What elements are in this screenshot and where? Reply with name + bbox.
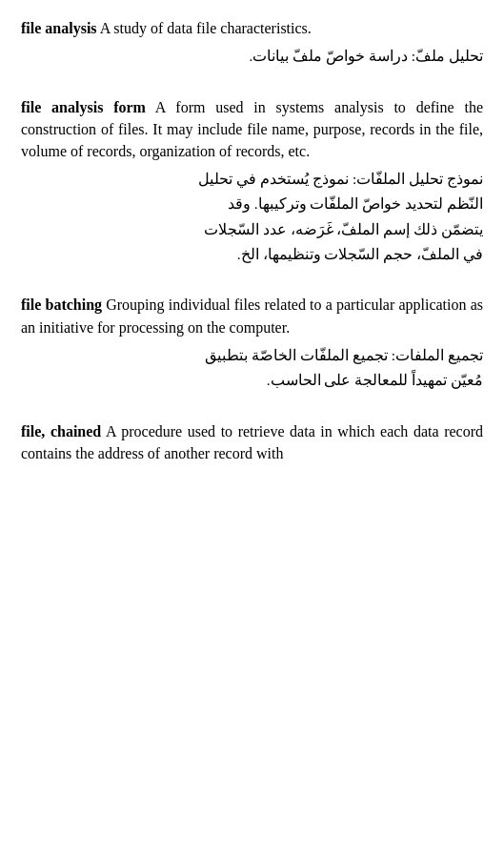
entry-text-file-batching: file batching Grouping individual files … [21, 294, 483, 337]
term-file-chained: file, chained [21, 423, 101, 439]
arabic-line-4: في الملفّ، حجم السّجلات وتنظيمها، الخ. [21, 242, 483, 267]
arabic-file-analysis: تحليل ملفّ: دراسة خواصّ ملفّ بيانات. [21, 44, 483, 69]
term-file-analysis: file analysis [21, 20, 97, 36]
term-file-analysis-form: file analysis form [21, 99, 146, 115]
arabic-line-1: نموذج تحليل الملفّات: نموذج يُستخدم في ت… [21, 167, 483, 192]
entry-file-chained: file, chained A procedure used to retrie… [21, 420, 483, 464]
arabic-file-batching: تجميع الملفات: تجميع الملفّات الخاصّة بت… [21, 343, 483, 394]
entry-file-batching: file batching Grouping individual files … [21, 294, 483, 393]
arabic-line-2: النّظم لتحديد خواصّ الملفّات وتركيبها. و… [21, 192, 483, 216]
arabic-line-2: مُعيّن تمهيداً للمعالجة على الحاسب. [21, 368, 483, 393]
definition-file-analysis: A study of data file characteristics. [97, 20, 312, 36]
entry-text-file-chained: file, chained A procedure used to retrie… [21, 420, 483, 464]
arabic-line-1: تحليل ملفّ: دراسة خواصّ ملفّ بيانات. [249, 48, 483, 64]
divider-2 [21, 284, 483, 294]
entry-file-analysis: file analysis A study of data file chara… [21, 17, 483, 70]
arabic-line-1: تجميع الملفات: تجميع الملفّات الخاصّة بت… [21, 343, 483, 368]
divider-1 [21, 87, 483, 96]
divider-3 [21, 411, 483, 420]
entry-text-file-analysis-form: file analysis form A form used in system… [21, 96, 483, 163]
arabic-line-3: يتضمّن ذلك إسم الملفّ، غَرَضه، عدد السّج… [21, 217, 483, 242]
term-file-batching: file batching [21, 296, 102, 313]
entry-file-analysis-form: file analysis form A form used in system… [21, 96, 483, 268]
entry-text-file-analysis: file analysis A study of data file chara… [21, 17, 483, 39]
arabic-file-analysis-form: نموذج تحليل الملفّات: نموذج يُستخدم في ت… [21, 167, 483, 267]
